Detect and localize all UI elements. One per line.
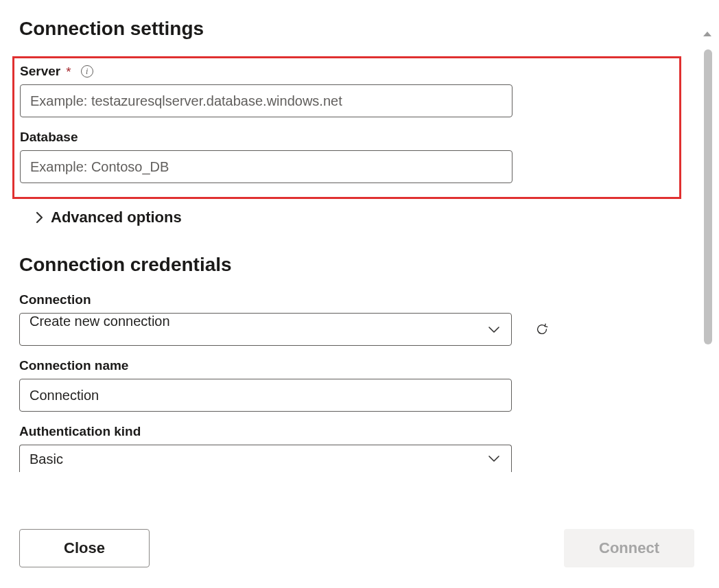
connection-label: Connection bbox=[19, 292, 91, 307]
connection-name-input[interactable] bbox=[19, 379, 512, 412]
auth-kind-select[interactable]: Basic bbox=[19, 445, 512, 472]
refresh-button[interactable] bbox=[531, 318, 553, 340]
section-title-connection-settings: Connection settings bbox=[19, 18, 670, 40]
info-icon[interactable]: i bbox=[81, 65, 93, 78]
scrollbar-thumb[interactable] bbox=[704, 49, 712, 344]
close-button[interactable]: Close bbox=[19, 529, 150, 567]
database-label: Database bbox=[20, 130, 78, 145]
footer: Close Connect bbox=[0, 519, 719, 588]
connection-name-label: Connection name bbox=[19, 358, 128, 373]
server-label: Server bbox=[20, 64, 60, 79]
scrollbar[interactable] bbox=[700, 26, 715, 506]
advanced-options-label: Advanced options bbox=[51, 209, 182, 226]
chevron-right-icon bbox=[36, 211, 44, 224]
auth-kind-label: Authentication kind bbox=[19, 424, 141, 439]
scroll-up-icon[interactable] bbox=[700, 26, 715, 41]
advanced-options-expander[interactable]: Advanced options bbox=[36, 209, 670, 226]
connect-button[interactable]: Connect bbox=[564, 529, 694, 567]
required-star-icon: * bbox=[66, 65, 71, 78]
connection-select[interactable]: Create new connection bbox=[19, 313, 512, 346]
section-title-connection-credentials: Connection credentials bbox=[19, 254, 670, 276]
highlight-box: Server * i Database bbox=[12, 56, 681, 199]
database-input[interactable] bbox=[20, 150, 512, 183]
refresh-icon bbox=[535, 320, 549, 339]
server-input[interactable] bbox=[20, 84, 512, 117]
